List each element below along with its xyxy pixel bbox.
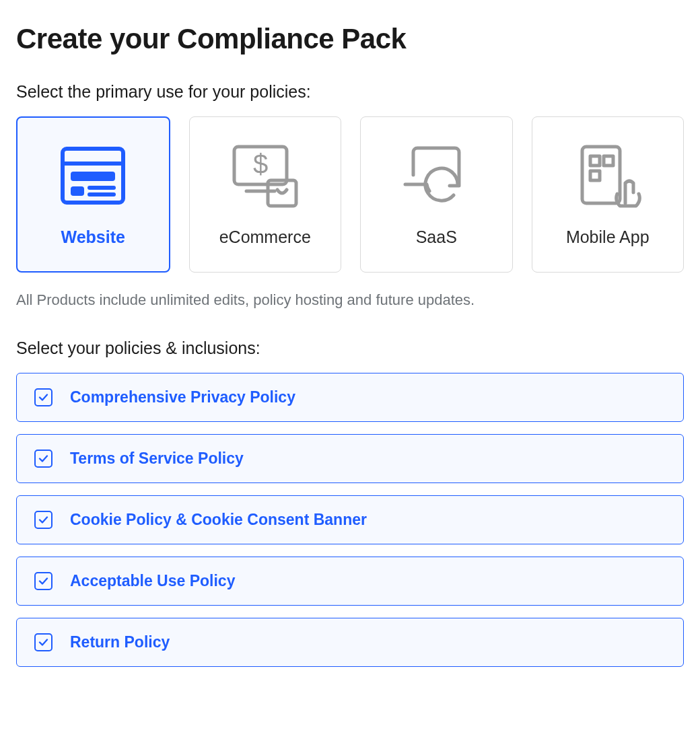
checkbox[interactable] [34, 450, 53, 468]
policy-label: Terms of Service Policy [70, 450, 244, 468]
use-card-label: eCommerce [219, 227, 311, 247]
use-card-ecommerce[interactable]: $ eCommerce [189, 116, 342, 273]
svg-rect-12 [590, 171, 600, 180]
checkbox[interactable] [34, 388, 53, 406]
primary-use-options: Website $ eCommerce SaaS [16, 116, 684, 273]
check-icon [38, 394, 48, 401]
use-card-label: Mobile App [566, 227, 650, 247]
policy-label: Return Policy [70, 633, 170, 651]
products-note: All Products include unlimited edits, po… [16, 291, 684, 309]
svg-rect-2 [71, 172, 115, 181]
check-icon [38, 577, 48, 585]
policy-row-cookie[interactable]: Cookie Policy & Cookie Consent Banner [16, 495, 684, 544]
svg-text:$: $ [253, 149, 268, 178]
page-title: Create your Compliance Pack [16, 23, 684, 55]
policy-row-terms[interactable]: Terms of Service Policy [16, 434, 684, 483]
policy-row-aup[interactable]: Acceptable Use Policy [16, 557, 684, 606]
policy-list: Comprehensive Privacy Policy Terms of Se… [16, 373, 684, 667]
use-card-label: Website [61, 227, 125, 247]
use-card-website[interactable]: Website [16, 116, 170, 273]
policies-label: Select your policies & inclusions: [16, 338, 684, 358]
mobile-app-icon [573, 143, 643, 209]
policy-label: Comprehensive Privacy Policy [70, 388, 295, 406]
checkbox[interactable] [34, 572, 53, 590]
checkbox[interactable] [34, 633, 53, 651]
ecommerce-icon: $ [230, 143, 300, 209]
svg-rect-11 [604, 156, 613, 166]
policy-row-return[interactable]: Return Policy [16, 618, 684, 667]
policy-label: Cookie Policy & Cookie Consent Banner [70, 511, 367, 529]
saas-icon [401, 143, 471, 209]
svg-rect-3 [71, 186, 84, 196]
use-card-saas[interactable]: SaaS [360, 116, 513, 273]
primary-use-label: Select the primary use for your policies… [16, 82, 684, 102]
website-icon [60, 143, 126, 209]
policy-row-privacy[interactable]: Comprehensive Privacy Policy [16, 373, 684, 422]
use-card-label: SaaS [416, 227, 457, 247]
use-card-mobile[interactable]: Mobile App [532, 116, 685, 273]
check-icon [38, 516, 48, 524]
check-icon [38, 455, 48, 462]
checkbox[interactable] [34, 511, 53, 529]
check-icon [38, 639, 48, 646]
policy-label: Acceptable Use Policy [70, 572, 235, 590]
svg-rect-10 [590, 156, 600, 166]
